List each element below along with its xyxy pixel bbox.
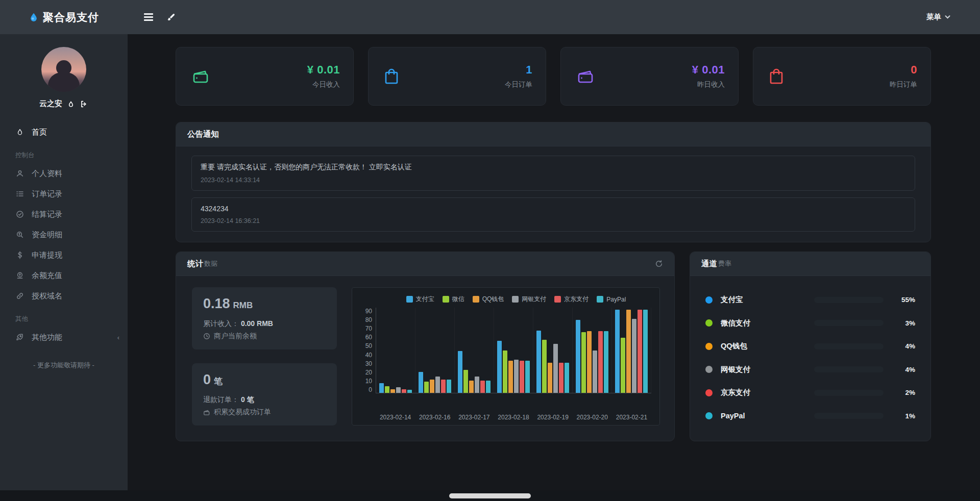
bar-网银支付[interactable]: [475, 377, 479, 393]
water-drop-logo-icon: [29, 12, 39, 23]
refunds-line1-label: 退款订单：: [203, 395, 239, 404]
stat-card-昨日订单: 0 昨日订单: [753, 47, 931, 106]
bar-网银支付[interactable]: [514, 360, 519, 393]
bar-QQ钱包[interactable]: [469, 381, 474, 393]
chart-x-axis: 2023-02-142023-02-162023-02-172023-02-18…: [376, 414, 651, 421]
refunds-box: 0笔 退款订单： 0 笔 积累交易成功订单: [192, 363, 337, 425]
bar-网银支付[interactable]: [632, 319, 636, 393]
bar-京东支付[interactable]: [598, 331, 603, 393]
sidebar-toggle-hamburger-icon[interactable]: [144, 13, 153, 21]
stat-card-value: ¥ 0.01: [692, 63, 725, 77]
announcement-item[interactable]: 4324234 2023-02-14 16:36:21: [191, 197, 915, 232]
bar-QQ钱包[interactable]: [548, 363, 552, 393]
legend-item-PayPal[interactable]: PayPal: [597, 295, 626, 304]
bar-微信[interactable]: [463, 370, 468, 393]
bar-支付宝[interactable]: [458, 351, 462, 393]
bar-京东支付[interactable]: [638, 310, 642, 393]
bar-微信[interactable]: [581, 332, 586, 393]
drop-icon: [15, 128, 24, 136]
bar-网银支付[interactable]: [593, 350, 597, 393]
bar-京东支付[interactable]: [441, 380, 446, 393]
bar-QQ钱包[interactable]: [508, 361, 513, 393]
sidebar-item-dollar[interactable]: 申请提现: [0, 245, 128, 265]
announcement-text: 重要 请完成实名认证，否则您的商户无法正常收款！ 立即实名认证: [201, 163, 906, 172]
bar-QQ钱包[interactable]: [390, 389, 395, 393]
sidebar-item-label: 余额充值: [32, 271, 62, 281]
sidebar-item-recharge[interactable]: 余额充值: [0, 265, 128, 286]
bar-QQ钱包[interactable]: [626, 310, 631, 393]
sidebar-item-rocket[interactable]: 其他功能‹: [0, 327, 128, 347]
sidebar: 云之安 首页 控制台 个人资料 订单记录 结算记录 资金明细 申请提现 余额充值…: [0, 34, 128, 501]
bar-微信[interactable]: [542, 340, 547, 393]
main-content: ¥ 0.01 今日收入 1 今日订单 ¥ 0.01 昨日收入 0 昨日订单 公告…: [128, 34, 980, 501]
refresh-icon[interactable]: [655, 260, 663, 268]
bar-QQ钱包[interactable]: [587, 331, 592, 393]
balance-unit: RMB: [233, 300, 253, 310]
orders-bar-chart: 支付宝 微信 QQ钱包 网银支付 京东支付 PayPal 90807060504…: [352, 287, 660, 425]
channel-progress-bar: [814, 320, 884, 326]
shopping-bag-icon: [384, 68, 399, 85]
bar-微信[interactable]: [385, 386, 389, 393]
bar-支付宝[interactable]: [419, 372, 423, 393]
user-drop-icon[interactable]: [67, 100, 75, 108]
y-tick-label: 0: [360, 386, 372, 393]
legend-label: QQ钱包: [482, 295, 504, 304]
menu-dropdown[interactable]: 菜单: [926, 12, 950, 22]
topbar: 聚合易支付 菜单: [0, 0, 980, 34]
announcement-item[interactable]: 重要 请完成实名认证，否则您的商户无法正常收款！ 立即实名认证 2023-02-…: [191, 156, 915, 191]
bar-支付宝[interactable]: [576, 320, 580, 393]
legend-item-网银支付[interactable]: 网银支付: [512, 295, 546, 304]
bar-网银支付[interactable]: [553, 344, 558, 393]
sidebar-item-check-circle[interactable]: 结算记录: [0, 204, 128, 224]
sidebar-item-order-list[interactable]: 订单记录: [0, 184, 128, 204]
bar-PayPal[interactable]: [643, 310, 648, 393]
legend-item-QQ钱包[interactable]: QQ钱包: [473, 295, 504, 304]
bar-支付宝[interactable]: [497, 341, 502, 393]
bar-京东支付[interactable]: [559, 363, 564, 393]
sidebar-item-user[interactable]: 个人资料: [0, 163, 128, 184]
legend-item-支付宝[interactable]: 支付宝: [406, 295, 434, 304]
logout-icon[interactable]: [80, 100, 88, 108]
x-tick-label: 2023-02-19: [533, 414, 573, 421]
sidebar-item-label: 授权域名: [32, 291, 62, 301]
bar-QQ钱包[interactable]: [430, 380, 434, 393]
bar-PayPal[interactable]: [486, 381, 491, 393]
chart-group-2023-02-20: [573, 308, 612, 393]
sidebar-footnote: - 更多功能敬请期待 -: [0, 361, 128, 370]
bar-支付宝[interactable]: [536, 331, 541, 393]
bar-PayPal[interactable]: [525, 361, 530, 393]
bar-PayPal[interactable]: [565, 363, 569, 393]
bar-京东支付[interactable]: [520, 361, 524, 393]
channel-progress-bar: [814, 413, 884, 419]
brand[interactable]: 聚合易支付: [0, 10, 128, 24]
statistics-title-strong: 统计: [187, 259, 203, 269]
bar-微信[interactable]: [621, 338, 625, 393]
bar-PayPal[interactable]: [604, 331, 608, 393]
bar-PayPal[interactable]: [447, 380, 451, 393]
chart-group-2023-02-21: [612, 308, 651, 393]
bar-微信[interactable]: [503, 350, 507, 393]
theme-brush-icon[interactable]: [166, 13, 176, 22]
bar-支付宝[interactable]: [379, 383, 384, 393]
legend-item-微信[interactable]: 微信: [443, 295, 464, 304]
sidebar-item-link[interactable]: 授权域名: [0, 286, 128, 306]
sidebar-item-search-funds[interactable]: 资金明细: [0, 224, 128, 245]
y-tick-label: 50: [360, 342, 372, 349]
legend-item-京东支付[interactable]: 京东支付: [554, 295, 589, 304]
bar-支付宝[interactable]: [615, 310, 620, 393]
channel-dot-icon: [705, 343, 713, 350]
legend-swatch: [443, 296, 449, 303]
horizontal-scrollbar[interactable]: [449, 493, 531, 498]
sidebar-item-home[interactable]: 首页: [0, 122, 128, 142]
bar-微信[interactable]: [424, 382, 429, 393]
bar-网银支付[interactable]: [435, 377, 440, 393]
bar-京东支付[interactable]: [480, 381, 485, 393]
channel-name: 微信支付: [721, 318, 814, 328]
bar-PayPal[interactable]: [407, 390, 412, 393]
bar-网银支付[interactable]: [396, 387, 401, 393]
bar-京东支付[interactable]: [402, 389, 406, 393]
avatar[interactable]: [41, 47, 86, 92]
rocket-icon: [15, 333, 24, 341]
announcements-panel: 公告通知 重要 请完成实名认证，否则您的商户无法正常收款！ 立即实名认证 202…: [176, 122, 931, 242]
stat-cards-row: ¥ 0.01 今日收入 1 今日订单 ¥ 0.01 昨日收入 0 昨日订单: [176, 47, 931, 106]
